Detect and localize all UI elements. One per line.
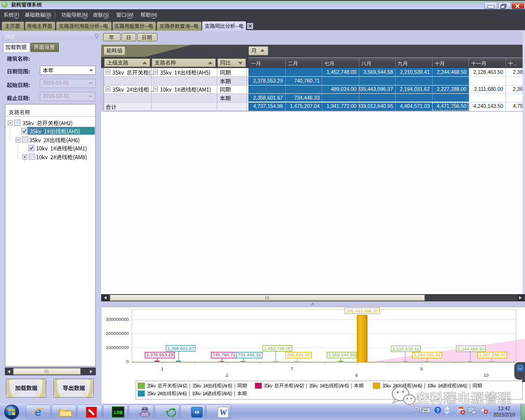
svg-text:e: e xyxy=(35,405,41,419)
svg-text:LDB: LDB xyxy=(114,410,122,416)
svg-text:W: W xyxy=(219,408,228,417)
svg-text:?: ? xyxy=(436,408,439,413)
